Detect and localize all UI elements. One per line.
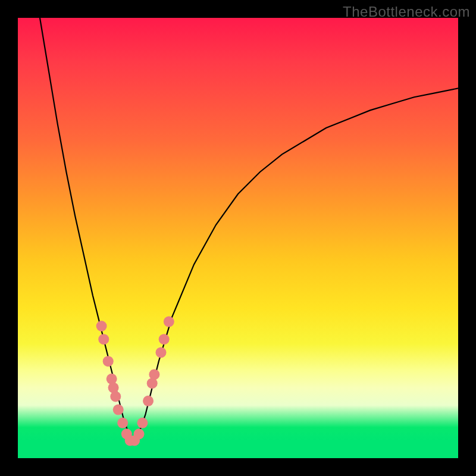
data-dot: [107, 374, 117, 384]
data-dot: [134, 428, 145, 439]
data-dot: [96, 321, 107, 331]
data-dot: [156, 347, 167, 358]
data-dot: [103, 356, 114, 367]
curve-group: [40, 18, 458, 440]
data-dot: [143, 396, 154, 406]
curve-svg: [18, 18, 458, 458]
data-dot: [159, 334, 170, 345]
dots-group: [96, 317, 174, 446]
data-dot: [149, 369, 159, 380]
chart-frame: TheBottleneck.com: [0, 0, 476, 476]
data-dot: [98, 334, 109, 345]
data-dot: [137, 418, 148, 428]
data-dot: [117, 418, 128, 428]
data-dot: [113, 405, 124, 415]
right-branch-path: [132, 88, 458, 440]
plot-area: [18, 18, 458, 458]
left-branch-path: [40, 18, 132, 440]
data-dot: [164, 317, 174, 327]
data-dot: [110, 391, 121, 402]
